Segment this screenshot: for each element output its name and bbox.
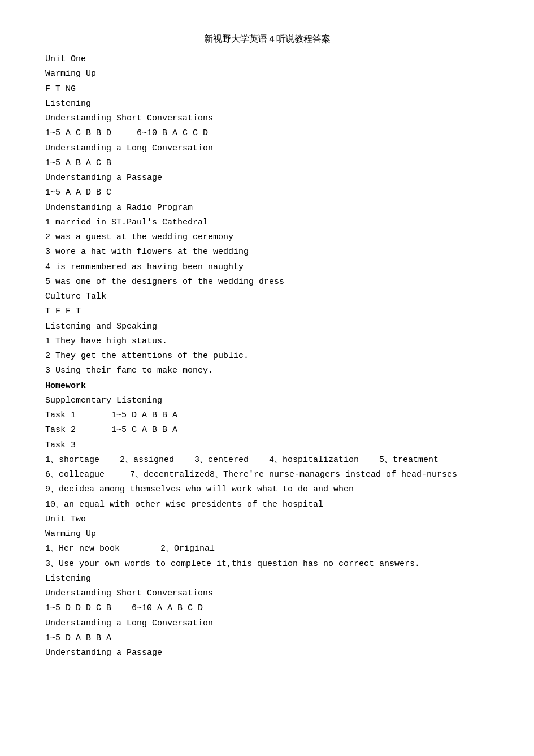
content-line: 1、Her new book 2、Original [45, 542, 489, 556]
content-line: Warming Up [45, 527, 489, 542]
content-line: Task 1 1~5 D A B B A [45, 408, 489, 423]
content-line: 1~5 D A B B A [45, 631, 489, 646]
content-line: 2 They get the attentions of the public. [45, 349, 489, 364]
content-line: Understanding a Long Conversation [45, 616, 489, 631]
content-line: Homework [45, 379, 489, 394]
content-line: 1~5 A B A C B [45, 156, 489, 171]
content-line: Task 2 1~5 C A B B A [45, 423, 489, 438]
content-line: F T NG [45, 82, 489, 97]
content-line: Understanding Short Conversations [45, 586, 489, 601]
content-line: Undenstanding a Radio Program [45, 201, 489, 215]
content-line: Understanding a Passage [45, 646, 489, 660]
content-block: Unit OneWarming UpF T NGListeningUnderst… [45, 52, 489, 660]
content-line: Unit One [45, 52, 489, 67]
content-line: 1、shortage 2、assigned 3、centered 4、hospi… [45, 453, 489, 468]
content-line: 1 married in ST.Paul's Cathedral [45, 215, 489, 230]
page-title: 新视野大学英语４听说教程答案 [45, 33, 489, 45]
content-line: Listening and Speaking [45, 319, 489, 334]
content-line: 3、Use your own words to complete it,this… [45, 557, 489, 572]
content-line: Supplementary Listening [45, 394, 489, 408]
content-line: Culture Talk [45, 290, 489, 304]
content-line: 9、decidea among themselves who will work… [45, 482, 489, 497]
content-line: 1 They have high status. [45, 334, 489, 349]
content-line: Listening [45, 572, 489, 586]
content-line: 3 Using their fame to make money. [45, 364, 489, 378]
content-line: 2 was a guest at the wedding ceremony [45, 230, 489, 245]
content-line: 10、an equal with other wise presidents o… [45, 498, 489, 512]
content-line: Understanding Short Conversations [45, 111, 489, 126]
content-line: 5 was one of the designers of the weddin… [45, 275, 489, 290]
content-line: Unit Two [45, 512, 489, 527]
content-line: Listening [45, 97, 489, 111]
content-line: Understanding a Passage [45, 171, 489, 185]
content-line: Understanding a Long Conversation [45, 141, 489, 156]
content-line: 4 is remmembered as having been naughty [45, 260, 489, 275]
content-line: 1~5 A A D B C [45, 185, 489, 200]
content-line: 6、colleague 7、decentralized8、There're nu… [45, 468, 489, 482]
top-divider [45, 23, 489, 23]
content-line: 3 wore a hat with flowers at the wedding [45, 245, 489, 260]
content-line: Task 3 [45, 438, 489, 453]
content-line: Warming Up [45, 67, 489, 81]
content-line: T F F T [45, 304, 489, 319]
content-line: 1~5 D D D C B 6~10 A A B C D [45, 601, 489, 616]
content-line: 1~5 A C B B D 6~10 B A C C D [45, 126, 489, 141]
